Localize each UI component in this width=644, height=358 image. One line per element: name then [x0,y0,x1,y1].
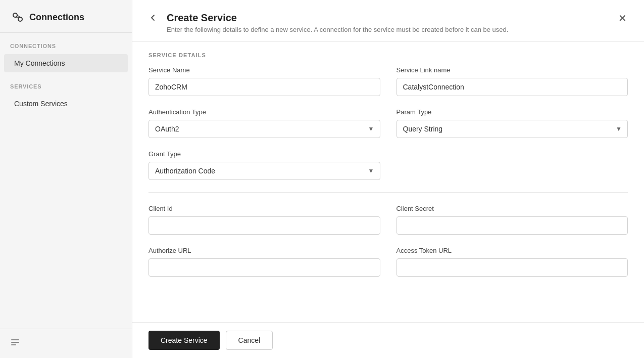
services-section: SERVICES Custom Services [0,73,132,114]
grant-type-row: Grant Type Authorization Code Client Cre… [148,150,628,180]
back-button[interactable] [148,12,161,24]
grant-type-label: Grant Type [148,150,380,158]
panel-subtitle: Enter the following details to define a … [167,26,508,33]
form-area: SERVICE DETAILS Service Name Service Lin… [132,42,644,322]
url-row: Authorize URL Access Token URL [148,247,628,277]
authorize-url-label: Authorize URL [148,247,380,254]
client-id-input[interactable] [148,216,380,235]
service-link-field: Service Link name [397,66,628,96]
panel-header-left: Create Service Enter the following detai… [148,12,508,33]
service-name-label: Service Name [148,66,380,74]
sidebar-header: Connections [0,0,132,33]
svg-rect-4 [11,339,19,340]
svg-rect-6 [11,344,16,345]
cancel-button[interactable]: Cancel [226,331,273,350]
grant-type-field: Grant Type Authorization Code Client Cre… [148,150,380,180]
connections-section-label: CONNECTIONS [0,33,132,53]
auth-type-field: Authentication Type OAuth2 API Key Basic… [148,108,380,138]
authorize-url-input[interactable] [148,258,380,277]
sidebar-title: Connections [29,12,84,23]
service-link-input[interactable] [397,78,628,96]
auth-type-select[interactable]: OAuth2 API Key Basic Auth [148,120,380,138]
param-type-select-wrapper: Query String Header Body ▼ [397,120,628,138]
services-section-label: SERVICES [0,73,132,94]
client-id-label: Client Id [148,205,380,212]
sidebar-item-custom-services[interactable]: Custom Services [4,95,128,113]
grant-type-select[interactable]: Authorization Code Client Credentials Im… [148,162,380,180]
auth-param-row: Authentication Type OAuth2 API Key Basic… [148,108,628,138]
panel-header: Create Service Enter the following detai… [132,0,644,42]
client-secret-input[interactable] [397,216,628,235]
service-name-field: Service Name [148,66,380,96]
param-type-label: Param Type [397,108,628,116]
svg-rect-5 [11,342,19,343]
sidebar-item-my-connections[interactable]: My Connections [4,54,128,72]
auth-type-select-wrapper: OAuth2 API Key Basic Auth ▼ [148,120,380,138]
panel-title: Create Service [167,12,508,24]
client-id-field: Client Id [148,205,380,235]
auth-type-label: Authentication Type [148,108,380,116]
param-type-select[interactable]: Query String Header Body [397,120,628,138]
sidebar-bottom [0,329,132,358]
service-link-label: Service Link name [397,66,628,74]
create-service-button[interactable]: Create Service [148,331,220,350]
sidebar-toggle-icon[interactable] [10,339,20,349]
service-name-input[interactable] [148,78,380,96]
access-token-url-input[interactable] [397,258,628,277]
client-secret-label: Client Secret [397,205,628,212]
main-content: Create Service Enter the following detai… [132,0,644,358]
close-button[interactable]: ✕ [617,12,628,24]
access-token-url-field: Access Token URL [397,247,628,277]
panel-footer: Create Service Cancel [132,322,644,358]
client-secret-field: Client Secret [397,205,628,235]
svg-point-1 [18,17,22,21]
grant-type-placeholder [397,150,628,180]
grant-type-select-wrapper: Authorization Code Client Credentials Im… [148,162,380,180]
form-divider [148,192,628,193]
sidebar: Connections CONNECTIONS My Connections S… [0,0,132,358]
client-row: Client Id Client Secret [148,205,628,235]
connections-icon [10,10,24,24]
access-token-url-label: Access Token URL [397,247,628,254]
service-details-label: SERVICE DETAILS [148,42,628,66]
connections-section: CONNECTIONS My Connections [0,33,132,73]
param-type-field: Param Type Query String Header Body ▼ [397,108,628,138]
service-name-row: Service Name Service Link name [148,66,628,96]
authorize-url-field: Authorize URL [148,247,380,277]
svg-point-0 [13,13,17,17]
